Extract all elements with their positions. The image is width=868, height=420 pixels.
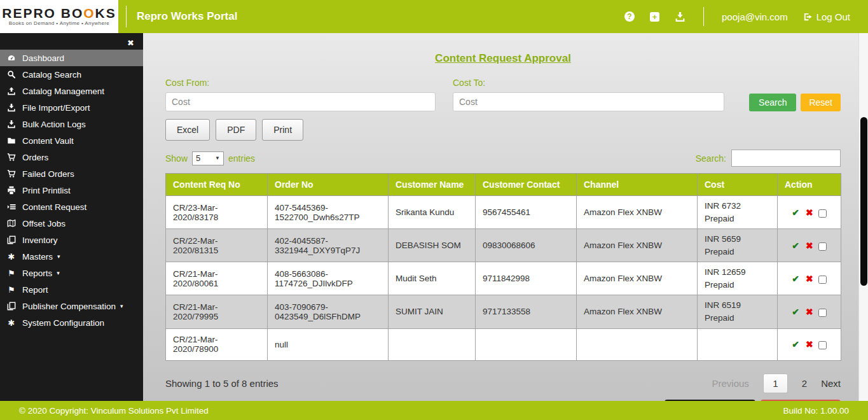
cell-customer-name: Mudit Seth bbox=[389, 262, 476, 295]
col-header-customer-name: Customer Name bbox=[389, 174, 476, 196]
cell-action: ✔✖ bbox=[778, 295, 841, 328]
print-button[interactable]: Print bbox=[262, 119, 303, 141]
approve-icon[interactable]: ✔ bbox=[792, 307, 799, 317]
sidebar-item-print-printlist[interactable]: Print Printlist bbox=[0, 182, 143, 199]
sidebar-item-failed-orders[interactable]: Failed Orders bbox=[0, 165, 143, 182]
approve-icon[interactable]: ✔ bbox=[792, 339, 799, 349]
pages-icon bbox=[6, 235, 17, 245]
printer-icon bbox=[6, 185, 17, 195]
cell-channel: Amazon Flex XNBW bbox=[577, 196, 698, 229]
col-header-cost: Cost bbox=[698, 174, 778, 196]
cost-from-label: Cost From: bbox=[165, 78, 436, 88]
sidebar-item-offset-jobs[interactable]: Offset Jobs bbox=[0, 215, 143, 232]
flag-icon: ⚑ bbox=[6, 268, 17, 278]
reject-icon[interactable]: ✖ bbox=[806, 274, 813, 284]
cost-to-label: Cost To: bbox=[453, 78, 724, 88]
scrollbar-thumb[interactable] bbox=[860, 117, 867, 286]
cell-req-no: CR/22-Mar-2020/81315 bbox=[166, 229, 268, 262]
cell-order-no: 407-5445369-1522700_Dwh6s27TP bbox=[268, 196, 389, 229]
reject-icon[interactable]: ✖ bbox=[806, 207, 813, 218]
cart-icon bbox=[6, 152, 17, 162]
row-checkbox[interactable] bbox=[818, 276, 827, 284]
sidebar-item-content-vault[interactable]: Content Vault bbox=[0, 132, 143, 149]
cost-from-input[interactable] bbox=[165, 92, 436, 111]
cell-order-no: 408-5663086-1174726_DJIlvkDFP bbox=[268, 262, 389, 295]
cell-customer-name: SUMIT JAIN bbox=[389, 295, 476, 328]
flag-icon: ⚑ bbox=[6, 284, 17, 295]
cell-cost bbox=[698, 328, 778, 360]
download-icon[interactable] bbox=[675, 11, 685, 22]
sidebar-item-orders[interactable]: Orders bbox=[0, 149, 143, 165]
sidebar-item-report[interactable]: ⚑ Report bbox=[0, 281, 143, 298]
row-checkbox[interactable] bbox=[818, 341, 827, 349]
gauge-icon bbox=[6, 53, 17, 63]
header-divider bbox=[126, 6, 127, 27]
table-row: CR/21-Mar-2020/78900 null ✔✖ bbox=[166, 328, 841, 360]
cell-action: ✔✖ bbox=[778, 196, 841, 229]
chevron-down-icon: ▾ bbox=[57, 270, 60, 276]
sidebar-close-icon[interactable]: ✖ bbox=[127, 38, 134, 48]
sidebar-item-reports[interactable]: ⚑ Reports ▾ bbox=[0, 265, 143, 281]
add-icon[interactable]: + bbox=[650, 12, 659, 22]
sidebar-item-inventory[interactable]: Inventory bbox=[0, 232, 143, 248]
cell-customer-name bbox=[389, 328, 476, 360]
approve-icon[interactable]: ✔ bbox=[792, 274, 799, 284]
app-footer: © 2020 Copyright: Vinculum Solutions Pvt… bbox=[0, 401, 868, 420]
footer-copyright: © 2020 Copyright: Vinculum Solutions Pvt… bbox=[19, 406, 209, 416]
reject-icon[interactable]: ✖ bbox=[806, 241, 813, 251]
table-search-label: Search: bbox=[696, 153, 726, 164]
cell-customer-name: DEBASISH SOM bbox=[389, 229, 476, 262]
page-title: Content Request Approval bbox=[165, 52, 841, 65]
cell-order-no: 402-4045587-3321944_DXY9TqP7J bbox=[268, 229, 389, 262]
excel-button[interactable]: Excel bbox=[165, 119, 210, 141]
pages-icon bbox=[6, 301, 17, 311]
show-entries-prefix: Show bbox=[165, 153, 188, 164]
logo-tagline: Books on Demand • Anytime • Anywhere bbox=[9, 20, 109, 26]
pdf-button[interactable]: PDF bbox=[216, 119, 256, 141]
row-checkbox[interactable] bbox=[818, 242, 827, 251]
sidebar-item-catalog-management[interactable]: Catalog Management bbox=[0, 83, 143, 99]
reject-icon[interactable]: ✖ bbox=[806, 307, 813, 317]
download-icon bbox=[6, 102, 17, 113]
cell-req-no: CR/21-Mar-2020/80061 bbox=[166, 262, 268, 295]
app-header: REPRO BOOKS Books on Demand • Anytime • … bbox=[0, 0, 868, 33]
content-request-table: Content Req No Order No Customer Name Cu… bbox=[165, 173, 841, 361]
row-checkbox[interactable] bbox=[818, 209, 827, 218]
pagination-previous[interactable]: Previous bbox=[712, 378, 748, 389]
portal-title: Repro Works Portal bbox=[137, 10, 237, 23]
asterisk-icon: ✱ bbox=[6, 318, 17, 328]
sidebar-item-catalog-search[interactable]: Catalog Search bbox=[0, 66, 143, 83]
pagination-next[interactable]: Next bbox=[821, 378, 841, 389]
cost-to-input[interactable] bbox=[453, 92, 724, 111]
help-icon[interactable]: ? bbox=[624, 11, 635, 22]
folder-icon bbox=[6, 136, 17, 146]
sidebar-item-bulk-action-logs[interactable]: Bulk Action Logs bbox=[0, 116, 143, 132]
chevron-down-icon: ▾ bbox=[120, 303, 123, 309]
reset-button[interactable]: Reset bbox=[801, 94, 841, 111]
table-row: CR/21-Mar-2020/79995 403-7090679-0423549… bbox=[166, 295, 841, 328]
cell-customer-name: Srikanta Kundu bbox=[389, 196, 476, 229]
table-search-input[interactable] bbox=[731, 150, 841, 167]
sidebar-item-publisher-compensation[interactable]: Publisher Compensation ▾ bbox=[0, 298, 143, 314]
logout-label: Log Out bbox=[816, 11, 850, 22]
search-button[interactable]: Search bbox=[749, 94, 796, 111]
sidebar-item-system-configuration[interactable]: ✱ System Configuration bbox=[0, 314, 143, 331]
sidebar-item-dashboard[interactable]: Dashboard bbox=[0, 50, 143, 66]
logo: REPRO BOOKS Books on Demand • Anytime • … bbox=[0, 0, 118, 33]
footer-build-no: Build No: 1.00.00 bbox=[783, 406, 849, 416]
table-row: CR/22-Mar-2020/81315 402-4045587-3321944… bbox=[166, 229, 841, 262]
entries-select[interactable]: 5 ▼ bbox=[192, 151, 224, 165]
map-icon bbox=[6, 218, 17, 228]
row-checkbox[interactable] bbox=[818, 309, 827, 317]
logout-button[interactable]: Log Out bbox=[803, 11, 850, 22]
pagination-page-1[interactable]: 1 bbox=[763, 374, 788, 393]
approve-icon[interactable]: ✔ bbox=[792, 207, 799, 218]
approve-icon[interactable]: ✔ bbox=[792, 241, 799, 251]
reject-icon[interactable]: ✖ bbox=[806, 339, 813, 349]
sidebar-item-content-request[interactable]: Content Request bbox=[0, 199, 143, 215]
sidebar-item-file-import-export[interactable]: File Import/Export bbox=[0, 99, 143, 116]
vertical-scrollbar[interactable] bbox=[858, 33, 868, 401]
sidebar-item-masters[interactable]: ✱ Masters ▾ bbox=[0, 248, 143, 265]
cell-cost: INR 5659Prepaid bbox=[698, 229, 778, 262]
pagination-page-2[interactable]: 2 bbox=[802, 378, 807, 389]
